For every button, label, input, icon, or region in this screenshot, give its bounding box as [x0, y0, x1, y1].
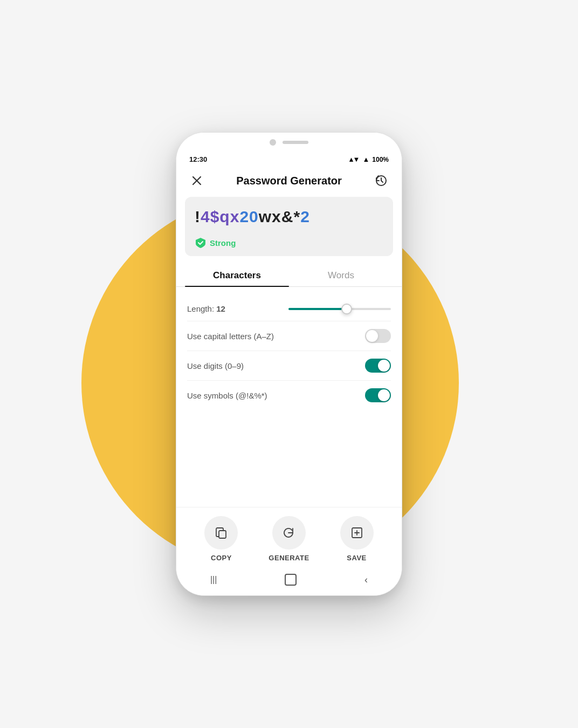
- history-button[interactable]: [371, 171, 391, 190]
- status-bar: 12:30 ▴▼ ▲ 100%: [176, 152, 402, 166]
- camera-dot: [270, 139, 276, 146]
- shield-icon: [195, 237, 207, 249]
- tab-characters[interactable]: Characters: [185, 265, 289, 286]
- status-icons: ▴▼ ▲ 100%: [349, 155, 389, 163]
- capital-letters-label: Use capital letters (A–Z): [187, 332, 274, 341]
- status-time: 12:30: [189, 155, 207, 163]
- app-header: Password Generator: [176, 166, 402, 197]
- action-bar: COPY GENERATE: [176, 507, 402, 567]
- generate-button[interactable]: GENERATE: [269, 516, 309, 562]
- close-button[interactable]: [187, 171, 207, 190]
- signal-icon: ▲: [362, 155, 369, 163]
- generate-label: GENERATE: [269, 554, 309, 562]
- nav-bar: ||| ‹: [176, 567, 402, 595]
- symbols-label: Use symbols (@!&%*): [187, 391, 267, 400]
- capital-letters-setting: Use capital letters (A–Z): [187, 321, 391, 351]
- speaker-bar: [283, 141, 308, 144]
- save-icon: [350, 526, 364, 540]
- strength-label: Strong: [210, 238, 236, 248]
- generate-icon-bg: [272, 516, 306, 550]
- save-label: SAVE: [347, 554, 366, 562]
- save-icon-bg: [340, 516, 374, 550]
- wifi-icon: ▴▼: [349, 155, 360, 163]
- close-icon: [191, 175, 202, 186]
- history-icon: [375, 174, 388, 187]
- copy-icon: [214, 526, 228, 540]
- copy-icon-bg: [204, 516, 238, 550]
- generate-icon: [282, 526, 296, 540]
- password-text: !4$qx20wx&*2: [195, 208, 383, 226]
- tabs: Characters Words: [176, 265, 402, 287]
- digits-label: Use digits (0–9): [187, 361, 244, 370]
- strength-badge: Strong: [195, 237, 383, 249]
- app-title: Password Generator: [236, 175, 342, 187]
- battery-icon: 100%: [372, 156, 389, 163]
- symbols-setting: Use symbols (@!&%*): [187, 381, 391, 410]
- length-slider[interactable]: [288, 308, 391, 310]
- nav-home-icon[interactable]: [285, 574, 297, 586]
- copy-label: COPY: [211, 554, 232, 562]
- tab-words[interactable]: Words: [289, 265, 393, 286]
- length-setting: Length: 12: [187, 297, 391, 321]
- digits-toggle[interactable]: [365, 359, 391, 373]
- length-value: 12: [216, 304, 225, 313]
- symbols-toggle[interactable]: [365, 388, 391, 402]
- password-display: !4$qx20wx&*2 Strong: [185, 197, 393, 256]
- capital-letters-toggle[interactable]: [365, 329, 391, 343]
- length-label: Length: 12: [187, 304, 225, 313]
- nav-back-icon[interactable]: |||: [210, 575, 217, 585]
- save-button[interactable]: SAVE: [340, 516, 374, 562]
- phone-mockup: 12:30 ▴▼ ▲ 100% Password Generator: [176, 132, 402, 596]
- nav-recents-icon[interactable]: ‹: [364, 574, 368, 586]
- settings-panel: Length: 12 Use capital letters (A–Z): [176, 287, 402, 507]
- copy-button[interactable]: COPY: [204, 516, 238, 562]
- svg-rect-3: [219, 531, 226, 538]
- digits-setting: Use digits (0–9): [187, 351, 391, 381]
